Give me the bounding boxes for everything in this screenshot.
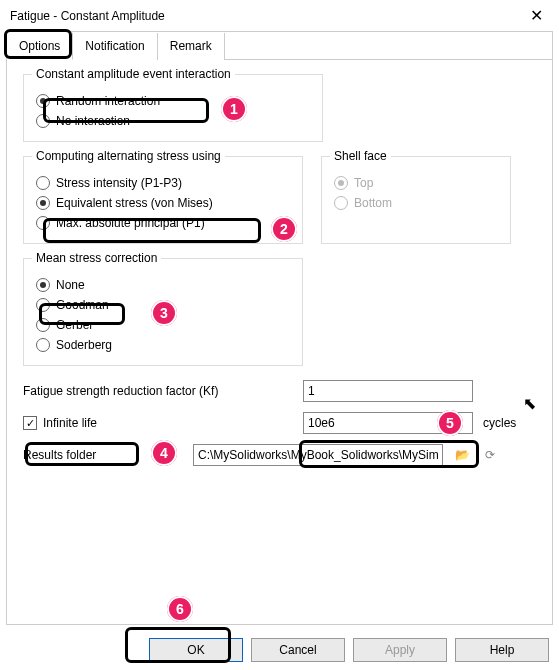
radio-msc-goodman[interactable]: Goodman [36, 295, 290, 315]
radio-von-mises[interactable]: Equivalent stress (von Mises) [36, 193, 290, 213]
dialog-content: Options Notification Remark Constant amp… [6, 31, 553, 625]
ok-button[interactable]: OK [149, 638, 243, 662]
radio-msc-soderberg-label: Soderberg [56, 338, 112, 352]
cancel-button[interactable]: Cancel [251, 638, 345, 662]
window-title: Fatigue - Constant Amplitude [10, 9, 165, 23]
cycles-unit-label: cycles [483, 416, 516, 430]
radio-vm-label: Equivalent stress (von Mises) [56, 196, 213, 210]
group-shell-face: Shell face Top Bottom [321, 156, 511, 244]
browse-folder-icon[interactable]: 📂 [453, 446, 471, 464]
group-shell-legend: Shell face [330, 149, 391, 163]
radio-msc-gerber[interactable]: Gerber [36, 315, 290, 335]
radio-msc-goodman-label: Goodman [56, 298, 109, 312]
radio-stress-intensity[interactable]: Stress intensity (P1-P3) [36, 173, 290, 193]
radio-top-label: Top [354, 176, 373, 190]
radio-msc-none[interactable]: None [36, 275, 290, 295]
group-mean-stress: Mean stress correction None Goodman Gerb… [23, 258, 303, 366]
tab-strip: Options Notification Remark [7, 32, 552, 60]
radio-map-label: Max. absolute principal (P1) [56, 216, 205, 230]
tab-notification[interactable]: Notification [73, 33, 157, 60]
group-computing-legend: Computing alternating stress using [32, 149, 225, 163]
radio-shell-top: Top [334, 173, 498, 193]
radio-shell-bottom: Bottom [334, 193, 498, 213]
radio-msc-none-label: None [56, 278, 85, 292]
radio-si-label: Stress intensity (P1-P3) [56, 176, 182, 190]
infinite-life-label: Infinite life [43, 416, 97, 430]
radio-random-interaction[interactable]: Random interaction [36, 91, 310, 111]
refresh-icon[interactable]: ⟳ [481, 446, 499, 464]
radio-random-label: Random interaction [56, 94, 160, 108]
checkbox-infinite-life[interactable]: ✓ Infinite life [23, 413, 97, 433]
check-icon: ✓ [26, 417, 35, 430]
help-button[interactable]: Help [455, 638, 549, 662]
options-panel: Constant amplitude event interaction Ran… [7, 60, 552, 490]
radio-no-label: No interaction [56, 114, 130, 128]
close-icon[interactable]: ✕ [524, 6, 549, 25]
group-interaction-legend: Constant amplitude event interaction [32, 67, 235, 81]
results-folder-label: Results folder [23, 448, 183, 462]
radio-no-interaction[interactable]: No interaction [36, 111, 310, 131]
radio-msc-gerber-label: Gerber [56, 318, 93, 332]
group-msc-legend: Mean stress correction [32, 251, 161, 265]
radio-msc-soderberg[interactable]: Soderberg [36, 335, 290, 355]
tab-remark[interactable]: Remark [158, 33, 225, 60]
kf-label: Fatigue strength reduction factor (Kf) [23, 384, 293, 398]
radio-bottom-label: Bottom [354, 196, 392, 210]
results-folder-input[interactable] [193, 444, 443, 466]
radio-max-abs-principal[interactable]: Max. absolute principal (P1) [36, 213, 290, 233]
group-computing: Computing alternating stress using Stres… [23, 156, 303, 244]
infinite-life-input[interactable] [303, 412, 473, 434]
button-bar: OK Cancel Apply Help [0, 638, 559, 662]
tab-options[interactable]: Options [7, 33, 73, 60]
apply-button: Apply [353, 638, 447, 662]
group-interaction: Constant amplitude event interaction Ran… [23, 74, 323, 142]
kf-input[interactable] [303, 380, 473, 402]
